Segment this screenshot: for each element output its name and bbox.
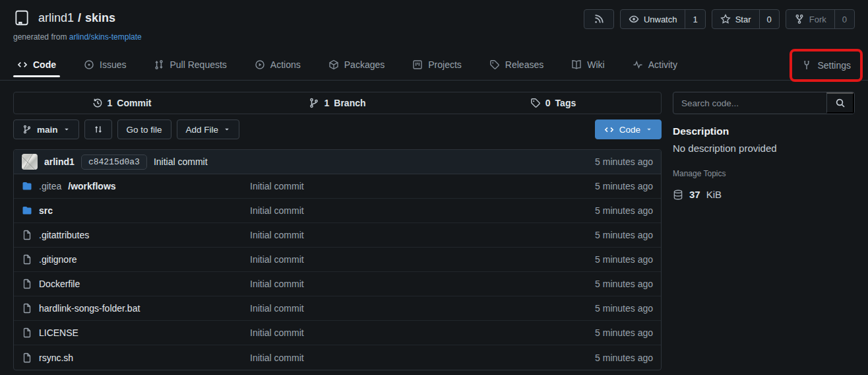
tag-count: 0	[545, 98, 551, 108]
file-name: rsync.sh	[39, 353, 73, 363]
folder-icon	[22, 181, 32, 191]
tab-issues-label: Issues	[100, 59, 126, 70]
tab-pull-requests[interactable]: Pull Requests	[150, 50, 230, 80]
file-commit-message[interactable]: Initial commit	[250, 181, 595, 191]
fork-count[interactable]: 0	[834, 10, 854, 28]
add-file-label: Add File	[186, 125, 219, 135]
file-name-link[interactable]: src	[22, 205, 250, 216]
repo-name-link[interactable]: skins	[85, 11, 115, 25]
tab-settings[interactable]: Settings	[801, 60, 851, 71]
template-repo-link[interactable]: arlind/skins-template	[69, 32, 142, 42]
branch-name: main	[37, 125, 58, 135]
repo-stats-bar: 1 Commit 1 Branch 0 Tags	[13, 92, 662, 114]
code-icon	[604, 125, 614, 135]
repo-icon	[13, 9, 30, 26]
file-icon	[22, 303, 32, 314]
branch-selector[interactable]: main	[13, 119, 79, 139]
eye-icon	[629, 14, 639, 24]
file-name: .gitattributes	[39, 230, 89, 240]
commit-label: Commit	[117, 98, 151, 108]
commit-author-link[interactable]: arlind1	[44, 156, 75, 167]
file-commit-time: 5 minutes ago	[595, 279, 653, 289]
file-commit-time: 5 minutes ago	[595, 230, 653, 240]
tab-releases[interactable]: Releases	[485, 50, 547, 80]
tab-packages-label: Packages	[344, 59, 385, 70]
fork-button[interactable]: Fork 0	[786, 9, 855, 29]
search-button[interactable]	[826, 92, 854, 114]
table-row: src Initial commit 5 minutes ago	[14, 199, 661, 223]
tab-issues[interactable]: Issues	[80, 50, 130, 80]
tab-activity[interactable]: Activity	[629, 50, 681, 80]
compare-button[interactable]	[84, 119, 112, 139]
description-text: No description provided	[673, 143, 855, 154]
repo-size-value: 37	[689, 189, 700, 200]
repo-separator: /	[78, 11, 81, 25]
watch-count[interactable]: 1	[685, 10, 704, 28]
search-input[interactable]	[673, 92, 826, 114]
tab-actions[interactable]: Actions	[251, 50, 305, 80]
commit-hash-badge[interactable]: c84215d0a3	[81, 154, 147, 170]
avatar[interactable]	[22, 154, 38, 170]
tab-wiki-label: Wiki	[587, 59, 604, 70]
file-commit-message[interactable]: Initial commit	[250, 279, 595, 289]
repo-header: arlind1 / skins generated from arlind/sk…	[0, 0, 868, 42]
chevron-down-icon	[63, 126, 70, 133]
go-to-file-button[interactable]: Go to file	[117, 119, 171, 139]
tag-label: Tags	[555, 98, 576, 108]
history-icon	[92, 98, 103, 108]
tags-stat[interactable]: 0 Tags	[445, 92, 661, 114]
star-label: Star	[735, 15, 751, 24]
file-commit-message[interactable]: Initial commit	[250, 303, 595, 314]
file-commit-message[interactable]: Initial commit	[250, 205, 595, 216]
latest-commit-row: arlind1 c84215d0a3 Initial commit 5 minu…	[14, 150, 661, 174]
tab-actions-label: Actions	[270, 59, 301, 70]
file-commit-message[interactable]: Initial commit	[250, 353, 595, 363]
tab-code[interactable]: Code	[13, 50, 60, 80]
table-row: .gitea/workflows Initial commit 5 minute…	[14, 174, 661, 199]
file-commit-message[interactable]: Initial commit	[250, 327, 595, 338]
description-heading: Description	[673, 125, 855, 137]
settings-highlight-box: Settings	[790, 49, 863, 82]
repo-owner-link[interactable]: arlind1	[38, 11, 74, 25]
file-name-link[interactable]: LICENSE	[22, 327, 250, 338]
code-search-box	[673, 92, 855, 114]
commits-stat[interactable]: 1 Commit	[14, 92, 230, 114]
unwatch-button[interactable]: Unwatch 1	[620, 9, 706, 29]
file-commit-time: 5 minutes ago	[595, 303, 653, 314]
star-count[interactable]: 0	[759, 10, 779, 28]
star-button[interactable]: Star 0	[712, 9, 780, 29]
file-name-link[interactable]: Dockerfile	[22, 279, 250, 289]
file-commit-message[interactable]: Initial commit	[250, 230, 595, 240]
rss-button[interactable]	[584, 9, 614, 29]
manage-topics-link[interactable]: Manage Topics	[673, 169, 855, 178]
file-name: /workflows	[68, 181, 115, 191]
tab-activity-label: Activity	[648, 59, 677, 70]
project-board-icon	[412, 59, 423, 70]
file-name-link[interactable]: hardlink-songs-folder.bat	[22, 303, 250, 314]
file-name-link[interactable]: .gitea/workflows	[22, 181, 250, 191]
branch-label: Branch	[334, 98, 365, 108]
file-name: src	[39, 205, 53, 216]
add-file-button[interactable]: Add File	[177, 119, 240, 139]
repo-size: 37 KiB	[673, 189, 855, 200]
commit-message-link[interactable]: Initial commit	[154, 156, 208, 167]
tab-code-label: Code	[33, 59, 56, 70]
code-download-button[interactable]: Code	[595, 119, 662, 139]
file-commit-message[interactable]: Initial commit	[250, 254, 595, 265]
chevron-down-icon	[646, 126, 652, 133]
branches-stat[interactable]: 1 Branch	[230, 92, 445, 114]
tag-icon	[489, 59, 500, 70]
file-name-link[interactable]: .gitignore	[22, 254, 250, 265]
folder-icon	[22, 205, 32, 216]
file-name: hardlink-songs-folder.bat	[39, 303, 140, 314]
file-name-link[interactable]: rsync.sh	[22, 353, 250, 363]
file-commit-time: 5 minutes ago	[595, 181, 653, 191]
tab-projects[interactable]: Projects	[408, 50, 466, 80]
generated-from: generated from arlind/skins-template	[13, 32, 584, 42]
file-name: LICENSE	[39, 327, 78, 338]
file-name-link[interactable]: .gitattributes	[22, 230, 250, 240]
tab-packages[interactable]: Packages	[325, 50, 388, 80]
tab-wiki[interactable]: Wiki	[567, 50, 608, 80]
repo-sidebar: Description No description provided Mana…	[673, 92, 855, 370]
table-row: hardlink-songs-folder.bat Initial commit…	[14, 296, 661, 321]
